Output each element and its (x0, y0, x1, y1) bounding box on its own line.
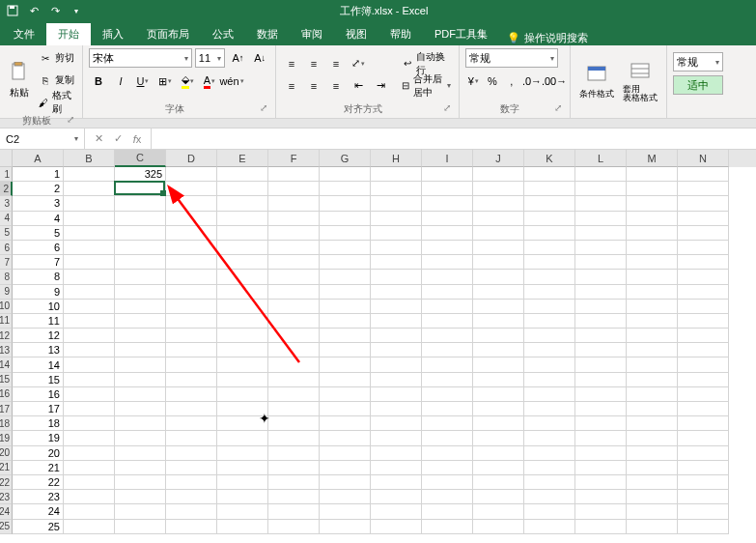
cell-H24[interactable] (371, 504, 422, 519)
cell-B23[interactable] (64, 490, 115, 504)
cell-D7[interactable] (166, 255, 217, 270)
cell-J4[interactable] (473, 212, 524, 226)
cell-L5[interactable] (575, 226, 627, 241)
cell-E6[interactable] (217, 241, 268, 255)
cell-D23[interactable] (166, 490, 217, 504)
conditional-format-button[interactable]: 条件格式 (576, 48, 617, 114)
cell-B22[interactable] (64, 475, 115, 490)
cell-C19[interactable] (115, 431, 166, 445)
cell-H18[interactable] (371, 416, 422, 431)
row-header-11[interactable]: 11 (0, 314, 13, 329)
col-header-M[interactable]: M (627, 150, 678, 167)
cell-A9[interactable]: 9 (13, 285, 64, 300)
cell-I23[interactable] (422, 490, 473, 504)
cell-I16[interactable] (422, 387, 473, 402)
cell-H25[interactable] (371, 520, 422, 534)
cell-J6[interactable] (473, 241, 524, 255)
tab-pdf[interactable]: PDF工具集 (423, 23, 499, 45)
row-header-22[interactable]: 22 (0, 475, 13, 490)
cell-L23[interactable] (575, 490, 627, 504)
cell-J3[interactable] (473, 196, 524, 211)
cell-E9[interactable] (217, 285, 268, 300)
cell-N8[interactable] (678, 270, 729, 284)
cell-C7[interactable] (115, 255, 166, 270)
cell-I11[interactable] (422, 314, 473, 329)
italic-button[interactable]: I (111, 71, 130, 91)
cell-K17[interactable] (524, 402, 575, 416)
cell-J8[interactable] (473, 270, 524, 284)
cell-F19[interactable] (268, 431, 320, 445)
cell-H19[interactable] (371, 431, 422, 445)
col-header-G[interactable]: G (320, 150, 371, 167)
col-header-H[interactable]: H (371, 150, 422, 167)
cell-L3[interactable] (575, 196, 627, 211)
cell-J10[interactable] (473, 300, 524, 314)
cell-I7[interactable] (422, 255, 473, 270)
cell-K1[interactable] (524, 167, 575, 182)
cell-N11[interactable] (678, 314, 729, 329)
cell-N5[interactable] (678, 226, 729, 241)
cell-L16[interactable] (575, 387, 627, 402)
tab-data[interactable]: 数据 (245, 23, 290, 45)
cell-A8[interactable]: 8 (13, 270, 64, 284)
fx-button[interactable]: fx (127, 133, 147, 145)
cell-H11[interactable] (371, 314, 422, 329)
align-left-button[interactable]: ≡ (282, 76, 301, 96)
cell-K12[interactable] (524, 329, 575, 343)
comma-button[interactable]: , (503, 71, 519, 91)
cell-B8[interactable] (64, 270, 115, 284)
cell-K10[interactable] (524, 300, 575, 314)
cell-A15[interactable]: 15 (13, 373, 64, 387)
col-header-E[interactable]: E (217, 150, 268, 167)
row-header-13[interactable]: 13 (0, 343, 13, 357)
cell-B24[interactable] (64, 504, 115, 519)
cell-L1[interactable] (575, 167, 627, 182)
cell-F12[interactable] (268, 329, 320, 343)
cell-J25[interactable] (473, 520, 524, 534)
row-header-3[interactable]: 3 (0, 196, 13, 211)
underline-button[interactable]: U▾ (133, 71, 153, 91)
row-header-10[interactable]: 10 (0, 300, 13, 314)
cell-N22[interactable] (678, 475, 729, 490)
cell-B19[interactable] (64, 431, 115, 445)
cell-C1[interactable]: 325 (115, 167, 166, 182)
cell-L25[interactable] (575, 520, 627, 534)
cell-B7[interactable] (64, 255, 115, 270)
cell-E25[interactable] (217, 520, 268, 534)
cell-K19[interactable] (524, 431, 575, 445)
cell-H9[interactable] (371, 285, 422, 300)
cell-G12[interactable] (320, 329, 371, 343)
cell-M2[interactable] (627, 182, 678, 196)
cell-J17[interactable] (473, 402, 524, 416)
align-launcher-icon[interactable]: ⤢ (443, 102, 451, 113)
cell-M7[interactable] (627, 255, 678, 270)
cell-K21[interactable] (524, 461, 575, 475)
cell-D21[interactable] (166, 461, 217, 475)
bold-button[interactable]: B (89, 71, 108, 91)
cell-N24[interactable] (678, 504, 729, 519)
cell-N23[interactable] (678, 490, 729, 504)
cell-A16[interactable]: 16 (13, 387, 64, 402)
cell-J15[interactable] (473, 373, 524, 387)
col-header-K[interactable]: K (524, 150, 575, 167)
cell-I12[interactable] (422, 329, 473, 343)
cell-K20[interactable] (524, 446, 575, 461)
cell-F17[interactable] (268, 402, 320, 416)
cell-D14[interactable] (166, 357, 217, 372)
cell-I22[interactable] (422, 475, 473, 490)
cell-F3[interactable] (268, 196, 320, 211)
cell-D18[interactable] (166, 416, 217, 431)
cell-G24[interactable] (320, 504, 371, 519)
tab-file[interactable]: 文件 (2, 23, 46, 45)
cell-A14[interactable]: 14 (13, 357, 64, 372)
cell-A12[interactable]: 12 (13, 329, 64, 343)
cell-I25[interactable] (422, 520, 473, 534)
cell-F11[interactable] (268, 314, 320, 329)
cell-F9[interactable] (268, 285, 320, 300)
cell-H21[interactable] (371, 461, 422, 475)
row-header-24[interactable]: 24 (0, 504, 13, 519)
cell-E22[interactable] (217, 475, 268, 490)
tab-home[interactable]: 开始 (46, 23, 91, 45)
cell-L2[interactable] (575, 182, 627, 196)
cell-H1[interactable] (371, 167, 422, 182)
